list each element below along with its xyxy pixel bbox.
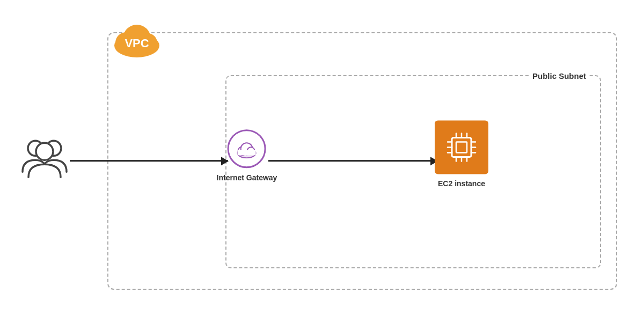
vpc-label: VPC bbox=[107, 16, 166, 59]
internet-gateway-icon: Internet Gateway bbox=[217, 129, 277, 182]
svg-point-7 bbox=[36, 143, 53, 160]
ec2-label: EC2 instance bbox=[438, 179, 485, 188]
gateway-circle bbox=[228, 129, 266, 168]
gateway-label: Internet Gateway bbox=[217, 173, 277, 182]
vpc-cloud-icon: VPC bbox=[107, 16, 166, 59]
ec2-instance-icon: EC2 instance bbox=[435, 120, 488, 188]
subnet-box: Public Subnet bbox=[225, 75, 601, 268]
diagram-container: VPC Public Subnet bbox=[0, 0, 644, 322]
users-icon bbox=[20, 133, 69, 184]
ec2-box bbox=[435, 120, 488, 174]
arrow-users-to-gateway bbox=[70, 160, 228, 162]
arrow-gateway-to-ec2 bbox=[268, 160, 437, 162]
svg-rect-17 bbox=[452, 137, 471, 157]
svg-rect-18 bbox=[456, 142, 467, 152]
subnet-label: Public Subnet bbox=[529, 71, 589, 80]
svg-rect-16 bbox=[238, 150, 256, 155]
svg-text:VPC: VPC bbox=[125, 36, 149, 50]
